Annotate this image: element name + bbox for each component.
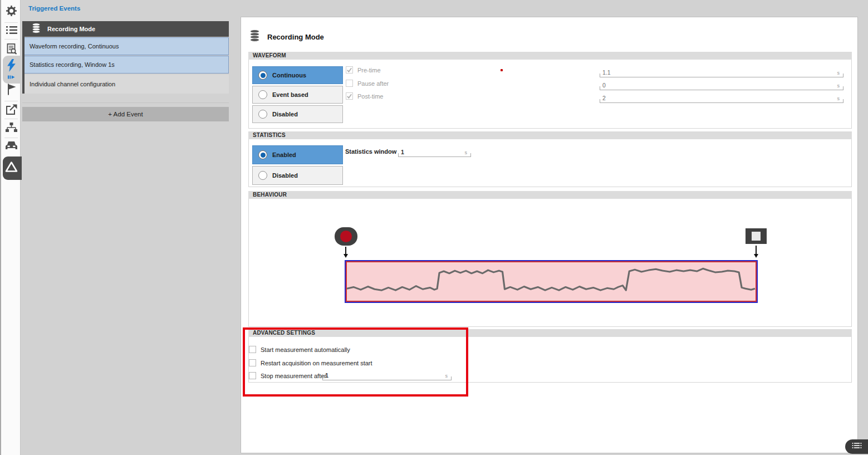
radio-label: Enabled: [272, 151, 296, 158]
event-item-individual-channels[interactable]: Individual channel configuration: [22, 75, 229, 94]
radio-icon: [258, 171, 267, 180]
event-list-header-title: Recording Mode: [47, 26, 95, 32]
advanced-settings-section-header: ADVANCED SETTINGS: [248, 329, 852, 337]
statistics-enabled-radio-button[interactable]: Enabled: [252, 145, 343, 164]
radio-label: Continuous: [272, 72, 306, 79]
record-dot: [340, 231, 352, 242]
record-arrow: [345, 247, 346, 256]
restart-acquisition-checkbox[interactable]: [249, 359, 256, 366]
stop-measurement-value: 1: [325, 372, 328, 379]
unit-label: s: [465, 150, 468, 155]
pre-time-checkbox[interactable]: [346, 66, 353, 74]
delta-logo-icon[interactable]: [1, 161, 22, 173]
radio-label: Disabled: [272, 172, 298, 179]
report-icon[interactable]: [1, 43, 22, 55]
start-automatically-checkbox[interactable]: [249, 346, 256, 353]
start-automatically-label: Start measurement automatically: [261, 346, 350, 353]
event-list-header: Recording Mode: [22, 21, 229, 37]
export-icon[interactable]: [1, 104, 22, 115]
add-event-label: + Add Event: [108, 111, 143, 118]
statistics-window-label: Statistics window: [345, 148, 396, 155]
record-button-illustration: [335, 227, 357, 246]
event-item-label: Individual channel configuration: [30, 81, 115, 87]
sitemap-icon[interactable]: [1, 123, 22, 133]
recording-mode-panel: Recording Mode WAVEFORM Continuous Event…: [241, 17, 858, 453]
unit-label: s: [837, 70, 840, 76]
pre-time-row: Pre-time: [346, 66, 381, 74]
modified-marker-dot: [501, 69, 503, 71]
restart-acquisition-row: Restart acquisition on measurement start: [249, 359, 372, 366]
waveform-section-header: WAVEFORM: [248, 52, 852, 60]
radio-label: Event based: [272, 91, 308, 98]
disabled-radio-button[interactable]: Disabled: [252, 105, 343, 123]
sidebar-separator: [4, 22, 18, 23]
trigger-sub-indicator-icon: [1, 75, 22, 79]
pause-after-checkbox[interactable]: [346, 80, 353, 87]
channel-list-icon[interactable]: [1, 26, 22, 35]
radio-icon: [258, 110, 267, 119]
event-item-waveform[interactable]: Waveform recording, Continuous: [22, 37, 229, 55]
divider: [22, 102, 229, 103]
unit-label: s: [837, 83, 840, 89]
vehicle-icon[interactable]: [1, 140, 22, 150]
stop-arrow: [756, 246, 757, 256]
event-item-label: Waveform recording, Continuous: [30, 43, 119, 50]
unit-label: s: [445, 373, 448, 379]
sidebar-separator: [4, 138, 18, 138]
stop-button-illustration: [746, 228, 767, 244]
pause-after-input[interactable]: 0 s: [600, 81, 844, 90]
event-item-label: Statistics recording, Window 1s: [30, 61, 115, 68]
stop-measurement-checkbox[interactable]: [249, 372, 256, 379]
pre-time-value: 1.1: [602, 69, 611, 76]
sidebar-separator: [4, 39, 18, 40]
add-event-button[interactable]: + Add Event: [22, 107, 229, 121]
post-time-input[interactable]: 2 s: [600, 94, 844, 103]
stop-measurement-input[interactable]: 1 s: [322, 371, 452, 380]
post-time-label: Post-time: [357, 93, 383, 100]
behaviour-section-header: BEHAVIOUR: [248, 191, 852, 199]
event-log-icon: [852, 442, 862, 452]
post-time-value: 2: [602, 95, 606, 101]
radio-label: Disabled: [272, 111, 298, 118]
radio-icon: [258, 71, 267, 80]
radio-icon: [258, 150, 267, 159]
pre-time-label: Pre-time: [357, 67, 381, 74]
database-icon: [249, 30, 260, 44]
settings-gear-icon[interactable]: [1, 5, 22, 17]
event-item-statistics[interactable]: Statistics recording, Window 1s: [22, 56, 229, 74]
page-title: Triggered Events: [28, 5, 80, 12]
pause-after-label: Pause after: [357, 80, 389, 87]
pre-time-input[interactable]: 1.1 s: [600, 68, 844, 77]
top-bar: Triggered Events: [22, 0, 868, 17]
unit-label: s: [837, 96, 840, 101]
stop-square: [752, 232, 761, 241]
restart-acquisition-label: Restart acquisition on measurement start: [261, 360, 372, 366]
signal-polyline: [347, 268, 755, 290]
continuous-radio-button[interactable]: Continuous: [252, 66, 343, 84]
sidebar-separator: [4, 119, 18, 119]
event-based-radio-button[interactable]: Event based: [252, 86, 343, 104]
flag-icon[interactable]: [1, 84, 22, 95]
statistics-window-value: 1: [401, 149, 404, 155]
event-list: Recording Mode Waveform recording, Conti…: [22, 21, 229, 94]
event-list-scroll-strip[interactable]: [22, 37, 24, 94]
recording-timeline-illustration: [345, 260, 758, 303]
pause-after-value: 0: [602, 82, 606, 89]
pause-after-row: Pause after: [346, 80, 389, 87]
statistics-disabled-radio-button[interactable]: Disabled: [252, 166, 343, 185]
stop-measurement-row: Stop measurement after: [249, 372, 326, 379]
sidebar: [0, 0, 21, 455]
trigger-lightning-icon[interactable]: [1, 59, 22, 72]
post-time-row: Post-time: [346, 92, 383, 100]
statistics-window-input[interactable]: 1 s: [398, 148, 471, 157]
stop-measurement-label: Stop measurement after: [261, 373, 326, 379]
database-icon: [32, 23, 41, 36]
post-time-checkbox[interactable]: [346, 92, 353, 100]
event-log-toggle-button[interactable]: [845, 439, 868, 454]
panel-title: Recording Mode: [267, 33, 324, 41]
signal-waveform: [346, 261, 757, 302]
sidebar-separator: [4, 101, 18, 101]
start-automatically-row: Start measurement automatically: [249, 346, 350, 353]
radio-icon: [258, 90, 267, 99]
statistics-section-header: STATISTICS: [248, 131, 852, 139]
